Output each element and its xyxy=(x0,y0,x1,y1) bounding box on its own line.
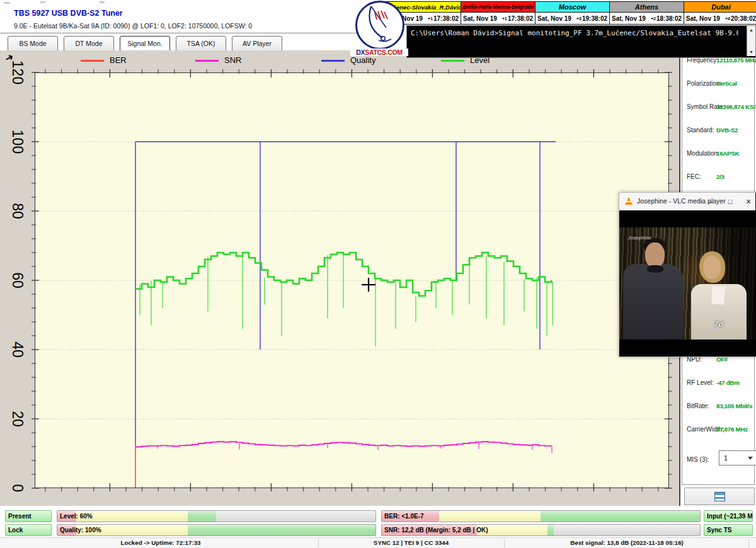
vlc-cone-icon xyxy=(625,197,633,205)
y-tick-label: 0 xyxy=(9,484,26,493)
legend-label-quality: Quality xyxy=(350,55,375,65)
param-value: 31396,874 KS/s xyxy=(716,103,756,110)
command-prompt-window[interactable]: C:\Users\Roman Dávid>Signal monitoting_P… xyxy=(406,25,756,58)
clock-time-row: Sat, Nov 19+420:38:02 xyxy=(684,13,756,25)
clock-date: Sat, Nov 19 xyxy=(537,15,571,22)
tab-bs-mode[interactable]: BS Mode xyxy=(8,36,58,51)
vlc-window[interactable]: Josephine - VLC media player – □ ✕ Josep… xyxy=(619,192,756,357)
clock-time: 17:38:02 xyxy=(433,15,459,22)
y-tick-label: 60 xyxy=(9,272,26,288)
clock-date: Sat, Nov 19 xyxy=(686,15,720,22)
clock-utc-offset: +1 xyxy=(502,16,507,21)
clock-utc-offset: +4 xyxy=(725,16,730,21)
ber-bar: BER: <1.0E-7 xyxy=(381,510,701,522)
window-remnant xyxy=(4,2,10,4)
param-value: 16APSK xyxy=(716,150,739,157)
dxsatcs-wordmark: DXSATCS.COM xyxy=(350,49,408,56)
dxsatcs-logo xyxy=(355,1,404,50)
chart-canvas xyxy=(35,72,669,488)
param-label: RF Level: xyxy=(687,379,714,386)
y-tick-label: 40 xyxy=(9,341,26,358)
minimize-button[interactable]: – xyxy=(704,195,718,208)
status-best-signal: Best signal: 13,8 dB (2022-11-18 05:16) xyxy=(507,539,747,546)
layers-icon xyxy=(714,492,725,501)
y-tick-label: 120 xyxy=(9,60,26,84)
logo-dx: DX xyxy=(356,49,365,56)
sync-ts-indicator: Sync TS xyxy=(704,524,753,536)
clock-time: 19:38:02 xyxy=(582,15,607,22)
legend-line-level xyxy=(441,60,464,62)
param-value: 37,676 MHz xyxy=(716,426,748,433)
chevron-down-icon xyxy=(748,457,753,460)
tab-signal-mon-[interactable]: Signal Mon. xyxy=(120,36,170,51)
terminal-scrollbar[interactable]: ▲ ▼ xyxy=(747,26,755,56)
param-value: Vertical xyxy=(716,80,736,87)
snr-bar: SNR: 12,2 dB (Margin: 5,2 dB | OK) xyxy=(381,524,701,536)
divider xyxy=(748,539,749,547)
window-remnant xyxy=(100,1,105,3)
status-lock-uptime: Locked -> Uptime: 72:17:33 xyxy=(6,539,315,546)
present-indicator: Present xyxy=(5,510,52,522)
quality-bar: Quality: 100% xyxy=(57,524,376,536)
param-label: Standard: xyxy=(687,127,714,134)
satellite-dish-icon xyxy=(357,3,399,44)
channel-logo: 7d xyxy=(714,319,723,329)
param-label: Modulation: xyxy=(687,150,719,157)
param-value: 2/3 xyxy=(716,173,724,180)
clock-time: 18:38:02 xyxy=(656,15,682,22)
logo-rest: SATCS.COM xyxy=(365,49,403,56)
param-value: -47 dBm xyxy=(716,379,740,386)
y-tick-label: 80 xyxy=(9,203,26,219)
clock-time-row: Sat, Nov 19+319:38:02 xyxy=(536,13,609,25)
lock-indicator: Lock xyxy=(5,524,52,536)
legend-line-ber xyxy=(81,60,104,62)
legend-label-ber: BER xyxy=(110,55,127,65)
tab-av-player[interactable]: AV Player xyxy=(232,36,282,51)
input-indicator: Input (~21,39 Mbps) xyxy=(704,510,753,522)
panel-action-button[interactable] xyxy=(684,488,755,505)
clock-time: 17:38:02 xyxy=(508,15,533,22)
mis-dropdown[interactable]: 1 xyxy=(719,450,756,465)
status-sync: SYNC 12 | TEI 9 | CC 3344 xyxy=(321,539,501,546)
signal-plot[interactable] xyxy=(35,72,669,488)
video-woman-shirt xyxy=(711,286,724,304)
clock-utc-offset: +3 xyxy=(576,16,581,21)
clock-athens: AthensSat, Nov 19+218:38:02 xyxy=(609,1,684,25)
vlc-video[interactable]: Josephine 7d xyxy=(619,227,755,340)
clock-time: 20:38:02 xyxy=(731,15,756,22)
page-title: TBS 5927 USB DVB-S2 Tuner xyxy=(14,9,123,18)
clock-date: Sat, Nov 19 xyxy=(612,15,646,22)
param-value: DVB-S2 xyxy=(716,127,738,134)
video-watermark: Josephine xyxy=(628,235,651,241)
video-man-head xyxy=(645,243,665,268)
clock-berlin-paris-vienna-belgrade: Berlin-Paris-Vienna-BelgradeSat, Nov 19+… xyxy=(461,1,535,25)
close-button[interactable]: ✕ xyxy=(742,195,755,208)
clock-time-row: Sat, Nov 19+117:38:02 xyxy=(461,13,535,25)
clock-city: Athens xyxy=(610,1,684,13)
window-remnant xyxy=(40,1,45,3)
mis-label: MIS (3): xyxy=(687,456,709,463)
y-tick-label: 20 xyxy=(9,411,26,427)
tuner-subtitle: 9.0E - Eutelsat 9B/Ka-Sat 9A (ID: 0090) … xyxy=(14,22,252,30)
scroll-up-icon[interactable]: ▲ xyxy=(747,26,755,34)
video-woman-head xyxy=(703,256,721,279)
vlc-titlebar[interactable]: Josephine - VLC media player – □ ✕ xyxy=(619,193,755,210)
level-bar: Level: 60% xyxy=(57,510,376,522)
app-window: TBS 5927 USB DVB-S2 Tuner 9.0E - Eutelsa… xyxy=(0,0,756,548)
signal-chart-region: ➜ BERSNRQualityLevel 120100806040200 xyxy=(0,50,680,506)
clock-utc-offset: +2 xyxy=(651,16,656,21)
world-clocks: Lučenec-Slovakia_R.DávidSat, Nov 19+117:… xyxy=(386,1,756,25)
divider xyxy=(318,539,319,547)
status-bar: Locked -> Uptime: 72:17:33 SYNC 12 | TEI… xyxy=(0,537,756,548)
tab-tsa-ok-[interactable]: TSA (OK) xyxy=(176,36,226,51)
snr-trace xyxy=(135,442,551,447)
scroll-down-icon[interactable]: ▼ xyxy=(747,48,755,56)
divider xyxy=(0,33,362,33)
clock-city: Moscow xyxy=(536,1,609,13)
divider xyxy=(504,539,505,547)
tab-dt-mode[interactable]: DT Mode xyxy=(64,36,114,51)
y-tick-label: 100 xyxy=(9,130,26,154)
maximize-button[interactable]: □ xyxy=(723,195,737,208)
clock-dubai: DubaiSat, Nov 19+420:38:02 xyxy=(684,1,756,25)
clock-city: Berlin-Paris-Vienna-Belgrade xyxy=(461,1,535,13)
